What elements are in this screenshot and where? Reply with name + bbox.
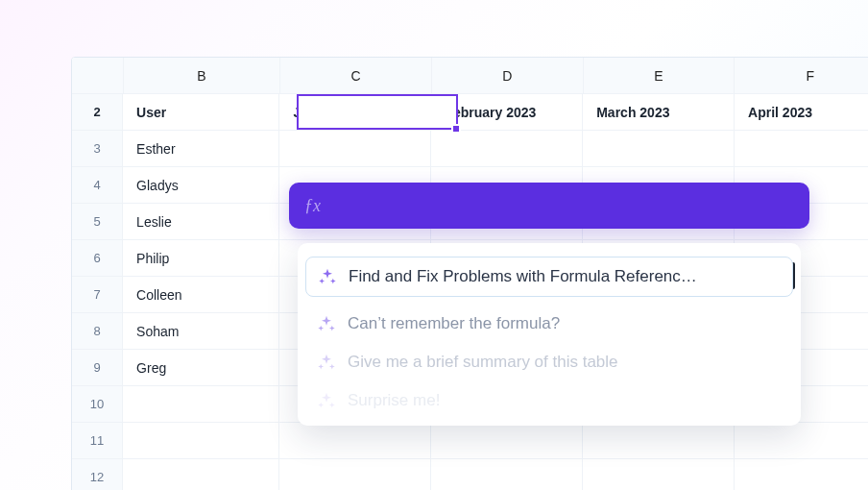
suggestion-label: Surprise me!: [348, 391, 782, 410]
cell-user[interactable]: Colleen: [123, 277, 279, 312]
row-number[interactable]: 11: [72, 423, 123, 458]
cell-user[interactable]: Soham: [123, 313, 279, 349]
sparkle-icon: [317, 314, 336, 333]
column-header-row: B C D E F: [72, 58, 868, 94]
suggestion-label: Find and Fix Problems with Formula Refer…: [349, 267, 781, 286]
cell[interactable]: [279, 423, 431, 458]
row-number[interactable]: 5: [72, 204, 123, 239]
corner-cell: [72, 58, 124, 93]
cell[interactable]: [583, 423, 735, 458]
formula-input[interactable]: [330, 198, 794, 214]
header-apr[interactable]: April 2023: [735, 94, 868, 130]
col-header-e[interactable]: E: [584, 58, 735, 93]
row-number[interactable]: 12: [72, 459, 123, 490]
header-jan[interactable]: January 2023: [279, 94, 431, 130]
col-header-b[interactable]: B: [124, 58, 280, 93]
suggestion-item[interactable]: Give me a brief summary of this table: [305, 343, 793, 381]
sparkle-icon: [317, 353, 336, 372]
cell[interactable]: [735, 131, 868, 166]
row-number[interactable]: 7: [72, 277, 123, 312]
col-header-c[interactable]: C: [280, 58, 432, 93]
suggestion-label: Can’t remember the formula?: [348, 314, 782, 333]
cell-user[interactable]: Gladys: [123, 167, 279, 203]
cell[interactable]: [279, 459, 431, 490]
ai-suggestions-panel: Find and Fix Problems with Formula Refer…: [298, 243, 801, 426]
row-number[interactable]: 3: [72, 131, 123, 166]
cell-user[interactable]: Greg: [123, 350, 279, 385]
cell[interactable]: [735, 423, 868, 458]
suggestion-item[interactable]: Can’t remember the formula?: [305, 305, 793, 343]
row-number[interactable]: 8: [72, 313, 123, 349]
row-number[interactable]: 10: [72, 386, 123, 422]
header-user[interactable]: User: [123, 94, 279, 130]
cell[interactable]: [583, 459, 735, 490]
table-header-row: 2 User January 2023 February 2023 March …: [72, 94, 868, 131]
formula-bar[interactable]: ƒx: [289, 183, 809, 229]
cell[interactable]: [431, 131, 583, 166]
cell-user[interactable]: Esther: [123, 131, 279, 166]
cell[interactable]: [279, 131, 431, 166]
cell-user[interactable]: [123, 423, 279, 458]
sparkle-icon: [317, 391, 336, 410]
header-feb[interactable]: February 2023: [431, 94, 583, 130]
col-header-f[interactable]: F: [735, 58, 868, 93]
cell-user[interactable]: Leslie: [123, 204, 279, 239]
cell[interactable]: [431, 459, 583, 490]
suggestion-label: Give me a brief summary of this table: [348, 353, 782, 372]
cell-user[interactable]: Philip: [123, 240, 279, 276]
row-number[interactable]: 9: [72, 350, 123, 385]
col-header-d[interactable]: D: [432, 58, 584, 93]
row-number[interactable]: 2: [72, 94, 123, 130]
fx-icon: ƒx: [304, 196, 321, 216]
cell[interactable]: [583, 131, 735, 166]
row-number[interactable]: 6: [72, 240, 123, 276]
suggestion-item[interactable]: Surprise me!: [305, 381, 793, 420]
header-mar[interactable]: March 2023: [583, 94, 735, 130]
cell[interactable]: [431, 423, 583, 458]
cell[interactable]: [735, 459, 868, 490]
suggestion-item[interactable]: Find and Fix Problems with Formula Refer…: [305, 257, 793, 297]
cell-user[interactable]: [123, 459, 279, 490]
row-number[interactable]: 4: [72, 167, 123, 203]
sparkle-icon: [318, 267, 337, 286]
cell-user[interactable]: [123, 386, 279, 422]
